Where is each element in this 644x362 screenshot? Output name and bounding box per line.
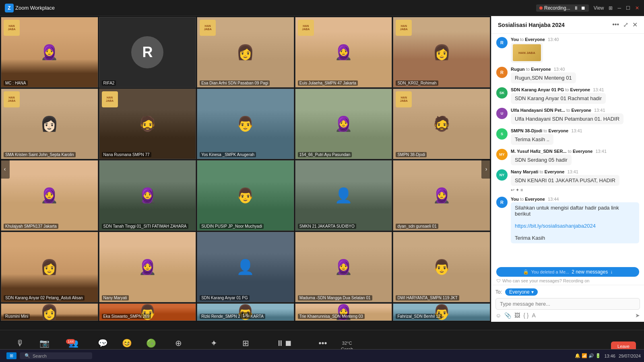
msg7-avatar: NY bbox=[496, 169, 508, 181]
chat-arrow: ▲ bbox=[102, 341, 105, 345]
view-label[interactable]: View bbox=[594, 5, 604, 11]
tile-yos: 👨 Yos Kinesa _SMPK Anugerah bbox=[197, 88, 294, 159]
close-btn[interactable]: ✕ bbox=[635, 5, 639, 11]
chat-more-icon[interactable]: ••• bbox=[612, 21, 619, 29]
hanjaba-overlay-1: HANJABA bbox=[4, 20, 20, 36]
lock-icon: 🔒 bbox=[523, 269, 529, 275]
tile-label-11: Khulajyah SMPN137 Jakarta bbox=[4, 224, 58, 229]
companion-tool-wrapper: ✦ ▲ bbox=[211, 338, 217, 348]
msg4-avatar: U bbox=[496, 108, 508, 119]
chat-message-6: MY M. Yusuf Hafiz_SDN SER... to Everyone… bbox=[496, 149, 639, 165]
tile-euis: 🧕 HANJABA Euis Julaeha_SMPN 47 Jakarta bbox=[295, 17, 392, 88]
chat-toolbar: ☺ 📎 🖼 { } A ➤ bbox=[495, 312, 640, 319]
apps-tool-wrapper: ⊞ ▲ bbox=[242, 338, 249, 348]
maximize-btn[interactable]: ☐ bbox=[626, 5, 630, 11]
tile-label-5: SDN_KR02_Rohimah bbox=[396, 80, 438, 86]
stop-recording-icon[interactable]: ⏹ bbox=[581, 5, 586, 11]
taskbar-date: 29/07/2024 bbox=[619, 354, 641, 358]
chat-messages: R You to Everyone 13:40 HAN JABA R Rugun… bbox=[491, 34, 644, 267]
new-msg-arrow: ↓ bbox=[610, 269, 613, 275]
msg4-bubble: Ulfa Handayani SDN Pet... to Everyone 13… bbox=[511, 108, 639, 124]
tile-face-ka01: 👤 bbox=[197, 232, 294, 302]
hanjaba-overlay-3: HANJABA bbox=[200, 20, 216, 36]
msg2-sender: Rugun to Everyone 13:40 bbox=[511, 67, 639, 72]
minimize-btn[interactable]: ─ bbox=[617, 5, 621, 11]
link-sosialisasi[interactable]: https://bit.ly/sosialisashanjaba2024 bbox=[515, 223, 596, 229]
tile-face-khulajyah: 🧕 bbox=[1, 160, 98, 230]
apps-arrow: ▲ bbox=[244, 341, 247, 345]
msg7-bubble: Nany Maryati to Everyone 13:41 SDN KENAR… bbox=[511, 169, 639, 193]
react-tool-wrapper: 😊 ▲ bbox=[122, 338, 132, 348]
msg5-avatar: S bbox=[496, 128, 508, 140]
pause-recording-icon[interactable]: ⏸ bbox=[574, 5, 578, 11]
windows-icon[interactable]: ⊞ bbox=[6, 352, 17, 359]
deleted-notice: You deleted a Me... bbox=[531, 269, 569, 274]
chat-panel: Sosialisasi Hanjaba 2024 ••• ⤢ ✕ R You t… bbox=[491, 16, 644, 322]
tile-dyan: 🧕 dyan_sdn gunsaeli 01 bbox=[393, 160, 490, 231]
video-grid: 🧕 HANJABA MC : HANA R RIFA2 👩 HANJABA Es… bbox=[0, 16, 491, 322]
tile-rifa2: R RIFA2 bbox=[99, 17, 196, 88]
msg1-bubble: You to Everyone 13:40 HAN JABA bbox=[511, 37, 639, 63]
zoom-logo: Z Zoom Workplace bbox=[5, 4, 55, 12]
leave-label: Leave bbox=[617, 344, 630, 349]
chat-input[interactable] bbox=[495, 298, 640, 310]
chat-header-icons: ••• ⤢ ✕ bbox=[612, 21, 638, 29]
new-messages-badge[interactable]: 🔒 You deleted a Me... 2 new messages ↓ bbox=[496, 267, 639, 277]
msg4-text: Ulfa Handayani SDN Petamburan 01. HADIR bbox=[511, 113, 623, 124]
tile-face-maduma: 🧕 bbox=[295, 232, 392, 302]
chat-tool-wrapper: 💬 ▲ bbox=[98, 338, 108, 348]
format-icon[interactable]: A bbox=[532, 312, 536, 319]
tile-face-fatimah: 🧕 bbox=[99, 160, 196, 230]
tile-label-20: DWI HARYANTA_SMPN 119 JKT bbox=[396, 295, 459, 300]
msg7-sender: Nany Maryati to Everyone 13:41 bbox=[511, 169, 639, 174]
hanjaba-overlay-5: HANJABA bbox=[396, 20, 412, 36]
start-button[interactable]: ⊞ bbox=[3, 352, 20, 359]
tile-face-yos: 👨 bbox=[197, 89, 294, 159]
chat-close-icon[interactable]: ✕ bbox=[632, 21, 638, 29]
msg3-bubble: SDN Karang Anyar 01 PG to Everyone 13:41… bbox=[511, 87, 639, 104]
tile-face-putri: 🧕 bbox=[295, 89, 392, 159]
participants-count: 144 bbox=[66, 339, 75, 344]
tile-label-13: SUDIN PUSIP JP_Noor Muchyadi bbox=[200, 224, 264, 229]
msg7-reactions: ↩ ✦ ≡ bbox=[511, 187, 639, 193]
host-icon: ⊕ bbox=[175, 338, 182, 348]
nav-prev-button[interactable]: ‹ bbox=[0, 159, 10, 179]
taskbar-time: 13:46 bbox=[604, 354, 615, 358]
hanjaba-overlay-7: HANJABA bbox=[102, 91, 118, 107]
send-icon[interactable]: ➤ bbox=[635, 312, 640, 319]
tile-nana: 🧔 HANJABA Nana Rusmana SMPN 77 bbox=[99, 88, 196, 159]
tile-fatimah: 🧕 SDN Tanah Tinggi 01_SITI FATIMAH ZAHAR… bbox=[99, 160, 196, 231]
nav-next-button[interactable]: › bbox=[481, 159, 491, 179]
file-icon[interactable]: 📎 bbox=[504, 312, 511, 319]
msg2-text: Rugun,SDN Menteng 01 bbox=[511, 72, 576, 83]
tile-rohimah: 👩 HANJABA SDN_KR02_Rohimah bbox=[393, 17, 490, 88]
msg8-sender: You to Everyone 13:44 bbox=[511, 197, 639, 202]
msg1-image: HAN JABA bbox=[511, 43, 543, 63]
code-icon[interactable]: { } bbox=[523, 312, 528, 319]
recording-icon: ⏸⏹ bbox=[276, 339, 292, 348]
chat-popout-icon[interactable]: ⤢ bbox=[623, 21, 628, 29]
recording-tool-wrapper: ⏸⏹ bbox=[276, 339, 292, 348]
tile-putri: 🧕 154_66_Putri Ayu Pasundan bbox=[295, 88, 392, 159]
msg6-avatar: MY bbox=[496, 149, 508, 160]
view-grid-icon[interactable]: ⊞ bbox=[609, 5, 613, 11]
everyone-selector[interactable]: Everyone ▾ bbox=[505, 288, 538, 296]
tile-noor: 👨 SUDIN PUSIP JP_Noor Muchyadi bbox=[197, 160, 294, 231]
taskbar-right: 🔔 📶 🔊 🔋 13:46 29/07/2024 bbox=[575, 353, 641, 358]
msg6-sender: M. Yusuf Hafiz_SDN SER... to Everyone 13… bbox=[511, 149, 639, 154]
who-can-see-notice: 🛡 Who can see your messages? Recording o… bbox=[491, 277, 644, 285]
msg5-bubble: SMPN 38-Djodi to Everyone 13:41 Terima K… bbox=[511, 128, 639, 145]
search-bar[interactable]: 🔍 Search bbox=[20, 352, 92, 359]
chat-input-area: To: Everyone ▾ ☺ 📎 🖼 { } A ➤ bbox=[491, 285, 644, 322]
chat-to-row: To: Everyone ▾ bbox=[495, 288, 640, 296]
msg3-sender: SDN Karang Anyar 01 PG to Everyone 13:41 bbox=[511, 87, 639, 92]
avatar-rifa2: R bbox=[131, 36, 163, 68]
tile-label-8: Yos Kinesa _SMPK Anugerah bbox=[200, 152, 256, 157]
image-icon[interactable]: 🖼 bbox=[514, 312, 520, 319]
app-title: Zoom Workplace bbox=[15, 5, 55, 11]
msg3-avatar: SK bbox=[496, 87, 508, 99]
msg8-bubble: You to Everyone 13:44 Silahkan untuk men… bbox=[511, 197, 639, 243]
tile-label-9: 154_66_Putri Ayu Pasundan bbox=[298, 152, 352, 157]
new-msg-count: 2 new messages bbox=[572, 269, 608, 275]
emoji-icon[interactable]: ☺ bbox=[495, 312, 501, 319]
